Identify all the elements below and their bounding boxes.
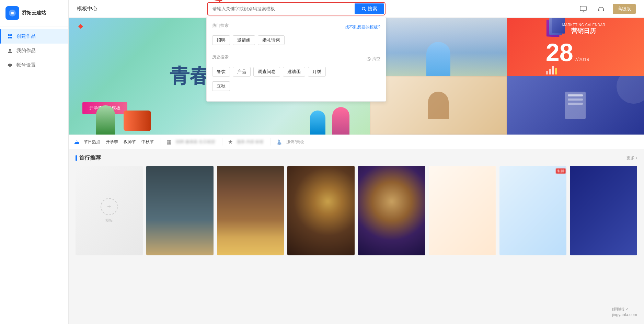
watermark: 经验啦 ✓ jingyanla.com [612, 306, 637, 317]
tag-section-3: 👗 服饰/美妆 [276, 138, 311, 146]
tag-0-2[interactable]: 教师节 [122, 138, 137, 146]
history-tag-5[interactable]: 立秋 [212, 81, 230, 91]
banner-right-col: MARKETING CALENDAR 营销日历 28 7/2019 [507, 18, 644, 135]
sidebar-logo: 乔拓云建站 [0, 0, 68, 26]
logo-icon [5, 6, 19, 20]
watermark-url: jingyanla.com [612, 312, 637, 317]
clear-label: 清空 [372, 56, 380, 62]
logo-title: 乔拓云建站 [22, 10, 46, 16]
tag-0-3[interactable]: 中秋节 [140, 138, 155, 146]
history-tag-3[interactable]: 邀请函 [283, 67, 305, 77]
tag-bar: ⛰ 节日热点 开学季 教师节 中秋节 ▦ 招聘 邀请函 生日祝贺 ★ 服务 内容… [69, 135, 644, 149]
header: 模板中心 搜索 [69, 0, 644, 18]
table-row[interactable] [146, 166, 214, 255]
sidebar-item-account[interactable]: 帐号设置 [0, 58, 68, 72]
premium-button[interactable]: 高级版 [613, 4, 636, 14]
popular-section: 首行推荐 更多 › + 模板 [69, 149, 644, 261]
banner-marketing-cal: MARKETING CALENDAR 营销日历 28 7/2019 [507, 18, 644, 76]
hot-search-title: 热门搜索 [212, 23, 229, 28]
table-row[interactable]: 9.10 [499, 166, 567, 255]
tag-0-0[interactable]: 节日热点 [82, 138, 102, 146]
logo-text-block: 乔拓云建站 [22, 10, 46, 16]
svg-line-13 [369, 59, 370, 60]
banner-right-bottom [507, 76, 644, 135]
tag-section-2: ★ 服务 内容 标签 [228, 138, 271, 146]
see-more-btn[interactable]: 更多 › [626, 155, 637, 161]
history-tag-0[interactable]: 餐饮 [212, 67, 230, 77]
tag-0-1[interactable]: 开学季 [104, 138, 119, 146]
search-btn-label: 搜索 [368, 6, 377, 12]
search-dropdown: 热门搜索 找不到想要的模板? 招聘 邀请函 婚礼请柬 历史搜索 [206, 17, 386, 102]
header-right: 高级版 [577, 3, 636, 15]
history-tag-4[interactable]: 月饼 [308, 67, 326, 77]
hot-tag-2[interactable]: 婚礼请柬 [258, 35, 285, 45]
sidebar-item-label-myworks: 我的作品 [16, 48, 36, 54]
table-row[interactable]: + 模板 [76, 166, 143, 255]
history-tags: 餐饮 产品 调查问卷 邀请函 月饼 [212, 67, 380, 77]
clock-icon [367, 57, 371, 61]
sidebar-item-myworks[interactable]: 我的作品 [0, 44, 68, 58]
user-icon [7, 48, 13, 54]
svg-rect-14 [580, 6, 586, 11]
sidebar: 乔拓云建站 创建作品 我的作品 [0, 0, 69, 324]
mountain-icon: ⛰ [74, 139, 80, 145]
table-row[interactable] [358, 166, 425, 255]
marketing-cal-number: 28 [546, 40, 573, 65]
banner-middle-col [370, 18, 507, 135]
headset-icon-btn[interactable] [595, 3, 607, 15]
svg-point-6 [9, 49, 11, 51]
table-row[interactable] [287, 166, 355, 255]
sidebar-nav: 创建作品 我的作品 帐号设置 [0, 29, 68, 72]
table-row[interactable] [429, 166, 496, 255]
edit-icon [7, 33, 13, 39]
search-box-wrapper: 搜索 [207, 2, 386, 15]
history-tags-row2: 立秋 [212, 81, 380, 91]
main-content: 模板中心 搜索 [69, 0, 644, 324]
headset-icon [597, 5, 605, 13]
history-header: 历史搜索 清空 [212, 54, 380, 63]
banner-mid-bottom [370, 76, 507, 135]
table-row[interactable] [570, 166, 637, 255]
svg-rect-5 [10, 37, 12, 38]
hot-tag-1[interactable]: 邀请函 [233, 35, 255, 45]
svg-rect-17 [598, 9, 599, 11]
settings-icon [7, 62, 13, 68]
search-icon [361, 7, 366, 11]
section-header: 首行推荐 更多 › [76, 154, 637, 162]
history-tag-2[interactable]: 调查问卷 [253, 67, 280, 77]
table-row[interactable] [217, 166, 284, 255]
tag-blurred-2: 服务 内容 标签 [235, 138, 265, 146]
grid-icon: ▦ [166, 139, 172, 145]
search-area: 搜索 热门搜索 找不到想要的模板? 招聘 邀请函 婚礼请柬 历史搜索 [207, 2, 386, 15]
monitor-icon [579, 5, 587, 13]
banner-mid-top [370, 18, 507, 76]
search-box: 搜索 [208, 3, 384, 14]
hot-tags: 招聘 邀请函 婚礼请柬 [212, 35, 380, 45]
history-title: 历史搜索 [212, 54, 229, 60]
clear-history-btn[interactable]: 清空 [367, 56, 380, 62]
search-button[interactable]: 搜索 [355, 3, 384, 14]
search-input[interactable] [208, 3, 355, 14]
sidebar-item-create[interactable]: 创建作品 [0, 29, 68, 44]
template-grid: + 模板 [76, 166, 637, 255]
hot-tag-0[interactable]: 招聘 [212, 35, 230, 45]
svg-rect-18 [603, 9, 604, 11]
dropdown-divider [212, 50, 380, 50]
no-template-link[interactable]: 找不到想要的模板? [345, 24, 380, 30]
svg-point-1 [11, 12, 13, 14]
svg-point-9 [362, 7, 365, 10]
history-tag-1[interactable]: 产品 [233, 67, 251, 77]
sidebar-item-label-account: 帐号设置 [16, 62, 36, 68]
tag-section-1: ▦ 招聘 邀请函 生日祝贺 [166, 138, 222, 146]
svg-rect-3 [10, 34, 12, 36]
monitor-icon-btn[interactable] [577, 3, 589, 15]
sidebar-item-label-create: 创建作品 [16, 33, 36, 39]
header-nav[interactable]: 模板中心 [77, 5, 97, 12]
watermark-text: 经验啦 [612, 307, 624, 312]
tag-blurred-1: 招聘 邀请函 生日祝贺 [174, 138, 217, 146]
svg-rect-2 [8, 34, 10, 36]
marketing-cal-content: MARKETING CALENDAR 营销日历 28 7/2019 [540, 18, 611, 80]
marketing-cal-year: 7/2019 [575, 57, 589, 62]
marketing-cal-title: 营销日历 [562, 27, 606, 35]
tag-3-0[interactable]: 服饰/美妆 [285, 138, 305, 146]
